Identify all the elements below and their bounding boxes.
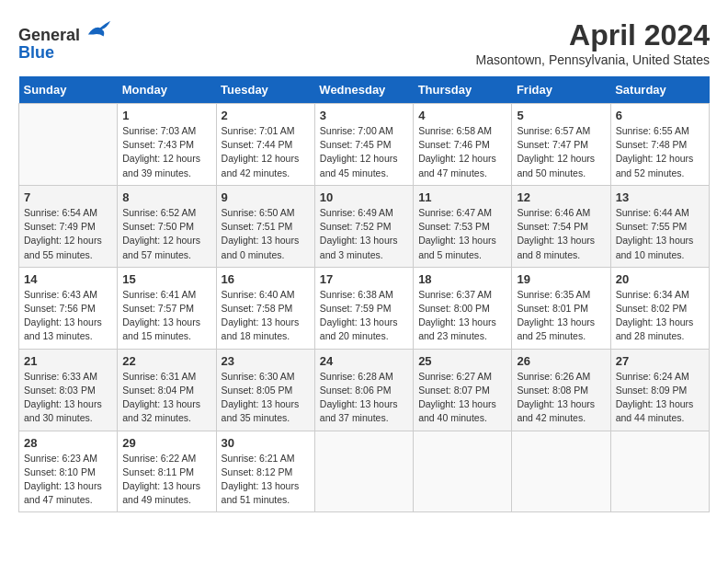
day-info: Sunrise: 6:26 AMSunset: 8:08 PMDaylight:… bbox=[517, 370, 605, 426]
calendar-cell: 23Sunrise: 6:30 AMSunset: 8:05 PMDayligh… bbox=[216, 349, 314, 431]
day-info: Sunrise: 6:31 AMSunset: 8:04 PMDaylight:… bbox=[122, 370, 210, 426]
calendar-body: 1Sunrise: 7:03 AMSunset: 7:43 PMDaylight… bbox=[19, 104, 710, 512]
day-number: 30 bbox=[222, 436, 310, 450]
day-number: 22 bbox=[122, 354, 210, 368]
month-title: April 2024 bbox=[476, 18, 710, 52]
calendar-cell: 15Sunrise: 6:41 AMSunset: 7:57 PMDayligh… bbox=[118, 267, 216, 349]
calendar-cell: 5Sunrise: 6:57 AMSunset: 7:47 PMDaylight… bbox=[512, 104, 610, 186]
day-number: 2 bbox=[222, 109, 310, 122]
day-number: 7 bbox=[24, 190, 112, 204]
calendar-cell: 19Sunrise: 6:35 AMSunset: 8:01 PMDayligh… bbox=[512, 267, 610, 349]
day-number: 13 bbox=[616, 190, 704, 204]
day-info: Sunrise: 6:57 AMSunset: 7:47 PMDaylight:… bbox=[517, 124, 605, 180]
day-info: Sunrise: 6:27 AMSunset: 8:07 PMDaylight:… bbox=[418, 370, 506, 426]
day-number: 3 bbox=[320, 109, 408, 122]
day-number: 23 bbox=[222, 354, 310, 368]
calendar-header-row: SundayMondayTuesdayWednesdayThursdayFrid… bbox=[19, 76, 710, 104]
day-number: 12 bbox=[517, 190, 605, 204]
calendar-cell: 1Sunrise: 7:03 AMSunset: 7:43 PMDaylight… bbox=[118, 104, 216, 186]
day-info: Sunrise: 6:41 AMSunset: 7:57 PMDaylight:… bbox=[122, 288, 210, 344]
calendar-cell: 29Sunrise: 6:22 AMSunset: 8:11 PMDayligh… bbox=[118, 431, 216, 512]
calendar-cell bbox=[314, 431, 413, 512]
calendar-cell: 14Sunrise: 6:43 AMSunset: 7:56 PMDayligh… bbox=[19, 267, 118, 349]
calendar-cell bbox=[512, 431, 610, 512]
day-info: Sunrise: 6:35 AMSunset: 8:01 PMDaylight:… bbox=[517, 288, 605, 344]
day-info: Sunrise: 6:21 AMSunset: 8:12 PMDaylight:… bbox=[222, 452, 310, 508]
day-number: 25 bbox=[418, 354, 506, 368]
day-number: 20 bbox=[616, 272, 704, 286]
calendar-cell: 30Sunrise: 6:21 AMSunset: 8:12 PMDayligh… bbox=[216, 431, 314, 512]
day-number: 1 bbox=[122, 109, 210, 122]
day-number: 9 bbox=[222, 190, 310, 204]
calendar-table: SundayMondayTuesdayWednesdayThursdayFrid… bbox=[18, 76, 710, 512]
column-header-saturday: Saturday bbox=[610, 76, 709, 104]
day-info: Sunrise: 6:23 AMSunset: 8:10 PMDaylight:… bbox=[24, 452, 112, 508]
day-info: Sunrise: 7:00 AMSunset: 7:45 PMDaylight:… bbox=[320, 124, 408, 180]
day-number: 10 bbox=[320, 190, 408, 204]
calendar-week-row: 21Sunrise: 6:33 AMSunset: 8:03 PMDayligh… bbox=[19, 349, 710, 431]
day-number: 15 bbox=[122, 272, 210, 286]
day-number: 18 bbox=[418, 272, 506, 286]
column-header-sunday: Sunday bbox=[19, 76, 118, 104]
calendar-week-row: 28Sunrise: 6:23 AMSunset: 8:10 PMDayligh… bbox=[19, 431, 710, 512]
day-info: Sunrise: 6:37 AMSunset: 8:00 PMDaylight:… bbox=[418, 288, 506, 344]
calendar-cell: 28Sunrise: 6:23 AMSunset: 8:10 PMDayligh… bbox=[19, 431, 118, 512]
day-info: Sunrise: 6:30 AMSunset: 8:05 PMDaylight:… bbox=[222, 370, 310, 426]
column-header-thursday: Thursday bbox=[414, 76, 512, 104]
day-number: 16 bbox=[222, 272, 310, 286]
logo-blue: Blue bbox=[18, 43, 54, 62]
day-info: Sunrise: 6:34 AMSunset: 8:02 PMDaylight:… bbox=[616, 288, 704, 344]
calendar-cell: 9Sunrise: 6:50 AMSunset: 7:51 PMDaylight… bbox=[216, 185, 314, 267]
day-info: Sunrise: 6:38 AMSunset: 7:59 PMDaylight:… bbox=[320, 288, 408, 344]
day-number: 5 bbox=[517, 109, 605, 122]
calendar-cell: 7Sunrise: 6:54 AMSunset: 7:49 PMDaylight… bbox=[19, 185, 118, 267]
day-info: Sunrise: 7:01 AMSunset: 7:44 PMDaylight:… bbox=[222, 124, 310, 180]
calendar-cell: 18Sunrise: 6:37 AMSunset: 8:00 PMDayligh… bbox=[414, 267, 512, 349]
calendar-cell: 13Sunrise: 6:44 AMSunset: 7:55 PMDayligh… bbox=[610, 185, 709, 267]
day-info: Sunrise: 6:40 AMSunset: 7:58 PMDaylight:… bbox=[222, 288, 310, 344]
calendar-week-row: 7Sunrise: 6:54 AMSunset: 7:49 PMDaylight… bbox=[19, 185, 710, 267]
day-number: 4 bbox=[418, 109, 506, 122]
calendar-cell: 6Sunrise: 6:55 AMSunset: 7:48 PMDaylight… bbox=[610, 104, 709, 186]
location-title: Masontown, Pennsylvania, United States bbox=[476, 52, 710, 67]
calendar-cell: 11Sunrise: 6:47 AMSunset: 7:53 PMDayligh… bbox=[414, 185, 512, 267]
day-number: 28 bbox=[24, 436, 112, 450]
calendar-cell: 17Sunrise: 6:38 AMSunset: 7:59 PMDayligh… bbox=[314, 267, 413, 349]
calendar-cell: 27Sunrise: 6:24 AMSunset: 8:09 PMDayligh… bbox=[610, 349, 709, 431]
calendar-cell: 2Sunrise: 7:01 AMSunset: 7:44 PMDaylight… bbox=[216, 104, 314, 186]
day-info: Sunrise: 6:49 AMSunset: 7:52 PMDaylight:… bbox=[320, 206, 408, 262]
day-number: 11 bbox=[418, 190, 506, 204]
column-header-friday: Friday bbox=[512, 76, 610, 104]
day-info: Sunrise: 6:43 AMSunset: 7:56 PMDaylight:… bbox=[24, 288, 112, 344]
day-number: 17 bbox=[320, 272, 408, 286]
calendar-cell: 20Sunrise: 6:34 AMSunset: 8:02 PMDayligh… bbox=[610, 267, 709, 349]
day-number: 26 bbox=[517, 354, 605, 368]
day-info: Sunrise: 6:55 AMSunset: 7:48 PMDaylight:… bbox=[616, 124, 704, 180]
day-number: 19 bbox=[517, 272, 605, 286]
day-number: 21 bbox=[24, 354, 112, 368]
calendar-cell: 10Sunrise: 6:49 AMSunset: 7:52 PMDayligh… bbox=[314, 185, 413, 267]
calendar-cell bbox=[610, 431, 709, 512]
day-info: Sunrise: 6:22 AMSunset: 8:11 PMDaylight:… bbox=[122, 452, 210, 508]
logo-general: General bbox=[18, 26, 80, 44]
column-header-tuesday: Tuesday bbox=[216, 76, 314, 104]
calendar-cell: 3Sunrise: 7:00 AMSunset: 7:45 PMDaylight… bbox=[314, 104, 413, 186]
calendar-cell: 22Sunrise: 6:31 AMSunset: 8:04 PMDayligh… bbox=[118, 349, 216, 431]
title-section: April 2024 Masontown, Pennsylvania, Unit… bbox=[476, 18, 710, 67]
calendar-cell bbox=[414, 431, 512, 512]
day-number: 8 bbox=[122, 190, 210, 204]
day-info: Sunrise: 6:50 AMSunset: 7:51 PMDaylight:… bbox=[222, 206, 310, 262]
day-info: Sunrise: 7:03 AMSunset: 7:43 PMDaylight:… bbox=[122, 124, 210, 180]
logo-bird-icon bbox=[86, 18, 112, 40]
calendar-cell bbox=[19, 104, 118, 186]
day-info: Sunrise: 6:54 AMSunset: 7:49 PMDaylight:… bbox=[24, 206, 112, 262]
day-info: Sunrise: 6:52 AMSunset: 7:50 PMDaylight:… bbox=[122, 206, 210, 262]
calendar-week-row: 14Sunrise: 6:43 AMSunset: 7:56 PMDayligh… bbox=[19, 267, 710, 349]
calendar-cell: 25Sunrise: 6:27 AMSunset: 8:07 PMDayligh… bbox=[414, 349, 512, 431]
day-info: Sunrise: 6:47 AMSunset: 7:53 PMDaylight:… bbox=[418, 206, 506, 262]
day-info: Sunrise: 6:28 AMSunset: 8:06 PMDaylight:… bbox=[320, 370, 408, 426]
day-info: Sunrise: 6:24 AMSunset: 8:09 PMDaylight:… bbox=[616, 370, 704, 426]
column-header-monday: Monday bbox=[118, 76, 216, 104]
day-number: 29 bbox=[122, 436, 210, 450]
day-number: 6 bbox=[616, 109, 704, 122]
